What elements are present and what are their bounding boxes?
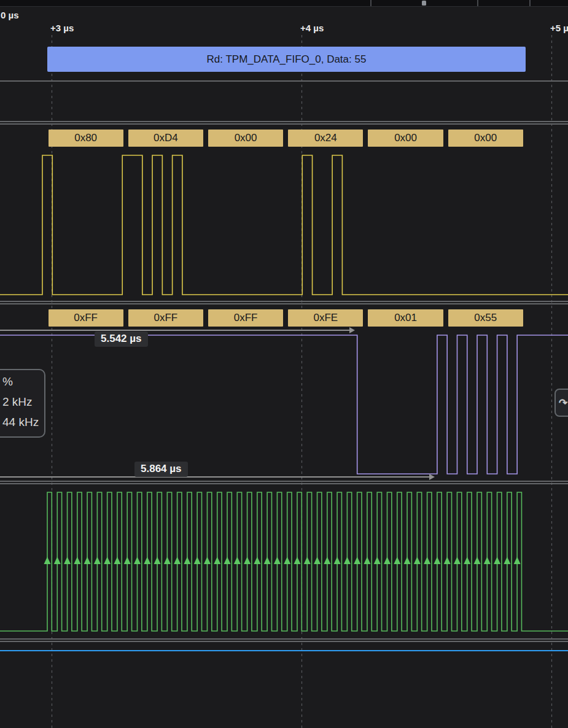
- section-separator: [0, 481, 568, 482]
- miso-waveform: [0, 335, 568, 474]
- miso-byte-label: 0xFF: [49, 309, 123, 327]
- timeline-tick-label: +4 µs: [300, 23, 324, 33]
- timeline-anchor-label: 0 µs: [1, 10, 19, 20]
- miso-byte-label: 0x55: [448, 309, 523, 327]
- section-separator: [0, 483, 568, 484]
- clock-rising-edge-arrows: [44, 557, 521, 564]
- measurement-line-1: [0, 330, 349, 331]
- capture-minimap[interactable]: [0, 0, 568, 7]
- spi-transaction-annotation[interactable]: Rd: TPM_DATA_FIFO_0, Data: 55: [47, 47, 526, 72]
- measurement-line-2: [0, 476, 429, 478]
- minimap-tick: [477, 0, 478, 6]
- minimap-tick: [370, 0, 372, 6]
- mosi-byte-label: 0x00: [448, 130, 523, 147]
- mosi-byte-label: 0x00: [208, 130, 283, 147]
- mosi-byte-label: 0x00: [368, 130, 443, 147]
- timeline-tick-label: +5 µs: [550, 23, 568, 33]
- section-separator: [0, 641, 568, 642]
- measurement-readout-line: %: [2, 375, 13, 389]
- logic-analyzer-window: Rd: TPM_DATA_FIFO_0, Data: 55 0x800xD40x…: [0, 0, 568, 728]
- measurement-readout-line: 2 kHz: [2, 395, 33, 409]
- jump-to-edge-button[interactable]: ↷: [554, 389, 568, 417]
- measurement-readout-line: 44 kHz: [2, 416, 39, 429]
- mosi-byte-label: 0x80: [49, 130, 123, 147]
- curved-arrow-icon: ↷: [556, 397, 567, 409]
- mosi-byte-label: 0xD4: [128, 130, 203, 147]
- mosi-waveform: [0, 155, 568, 295]
- measurement-arrowhead-2: [429, 474, 435, 480]
- measurement-readout-panel: %2 kHz44 kHz: [0, 369, 45, 438]
- section-separator: [0, 121, 568, 122]
- mosi-byte-label: 0x24: [288, 130, 363, 147]
- minimap-tick: [529, 0, 531, 6]
- miso-byte-label: 0xFF: [208, 309, 283, 327]
- measurement-arrowhead-1: [349, 327, 355, 333]
- section-separator: [0, 638, 568, 640]
- section-separator: [0, 123, 568, 125]
- measurement-label-1[interactable]: 5.542 µs: [95, 331, 148, 347]
- timeline-tick-label: +3 µs: [50, 23, 74, 33]
- miso-byte-label: 0xFF: [128, 309, 203, 327]
- waveform-canvas[interactable]: [0, 0, 568, 728]
- timeline-ruler[interactable]: 0 µs +3 µs+4 µs+5 µs: [0, 7, 568, 35]
- miso-byte-label: 0xFE: [288, 309, 363, 327]
- section-separator: [0, 303, 568, 304]
- annotation-text: Rd: TPM_DATA_FIFO_0, Data: 55: [207, 53, 367, 66]
- measurement-label-2[interactable]: 5.864 µs: [134, 462, 188, 477]
- section-separator: [0, 301, 568, 302]
- miso-byte-label: 0x01: [368, 309, 443, 327]
- section-separator: [0, 80, 568, 82]
- minimap-handle[interactable]: [422, 1, 426, 6]
